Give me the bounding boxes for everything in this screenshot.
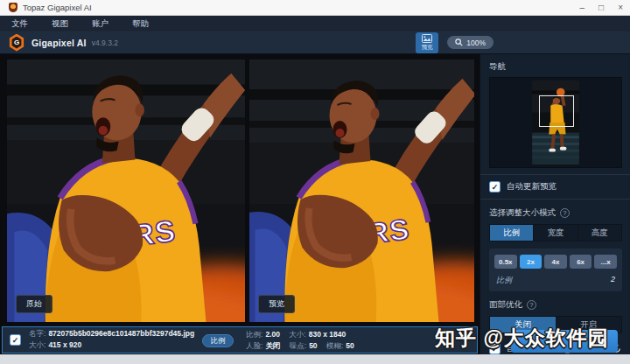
watermark: 知乎 @大众软件园 <box>435 325 609 352</box>
preview-toggle-button[interactable]: 预览 <box>416 32 438 53</box>
file-size-value: 415 x 920 <box>48 340 81 349</box>
zoom-value: 100% <box>466 38 486 47</box>
logo-letter: G <box>11 37 22 49</box>
stat-blur-label: 模糊: <box>326 341 343 350</box>
tab-height[interactable]: 高度 <box>578 225 621 241</box>
original-badge: 原始 <box>16 295 52 313</box>
preview-image-pane[interactable]: 预览 <box>249 60 474 322</box>
help-icon[interactable]: ? <box>560 208 570 218</box>
scale-6x-button[interactable]: 6x <box>570 255 592 269</box>
navigation-title: 导航 <box>489 61 621 73</box>
preview-badge: 预览 <box>258 295 295 313</box>
app-name: Gigapixel AI <box>32 38 87 48</box>
auto-update-checkbox[interactable]: ✓ <box>489 181 500 192</box>
app-window: Topaz Gigapixel AI – □ × 文件 视图 账户 帮助 G G… <box>0 0 630 354</box>
magnifier-icon <box>455 38 463 46</box>
help-icon[interactable]: ? <box>527 300 536 310</box>
stat-face-label: 人脸: <box>246 341 262 350</box>
screen: Topaz Gigapixel AI – □ × 文件 视图 账户 帮助 G G… <box>0 0 630 364</box>
titlebar: Topaz Gigapixel AI – □ × <box>0 0 630 16</box>
close-icon[interactable]: × <box>618 2 623 14</box>
file-scale-button[interactable]: 比例 <box>202 334 234 347</box>
menubar: 文件 视图 账户 帮助 <box>0 16 630 32</box>
tab-width[interactable]: 宽度 <box>534 225 578 241</box>
menu-view[interactable]: 视图 <box>52 18 68 30</box>
stat-face-value: 关闭 <box>265 341 280 350</box>
original-image-pane[interactable]: 原始 <box>7 60 245 322</box>
resize-mode-title: 选择调整大小模式 <box>489 207 556 219</box>
stat-outsize-label: 大小: <box>289 330 305 339</box>
menu-account[interactable]: 账户 <box>92 18 108 30</box>
zoom-control[interactable]: 100% <box>447 36 494 49</box>
scale-custom-button[interactable]: ...x <box>594 255 617 269</box>
navigation-viewport-rect[interactable] <box>539 95 574 127</box>
image-canvas: 原始 预览 <box>0 54 480 354</box>
divider <box>480 174 630 175</box>
image-icon <box>422 34 432 43</box>
stat-scale-value: 2.00 <box>265 330 280 339</box>
navigation-panel[interactable] <box>489 77 622 168</box>
face-refine-title: 面部优化 <box>489 299 522 311</box>
auto-update-label: 自动更新预览 <box>507 181 556 192</box>
file-checkbox[interactable]: ✓ <box>10 334 21 346</box>
preview-button-label: 预览 <box>422 44 433 52</box>
window-title: Topaz Gigapixel AI <box>23 3 92 12</box>
desktop-background <box>0 354 630 364</box>
stat-noise-value: 50 <box>309 341 317 350</box>
file-name-value: 872075b5b0296e8c101487bbf3297d45.jpg <box>48 329 194 338</box>
file-row[interactable]: ✓ 名字:872075b5b0296e8c101487bbf3297d45.jp… <box>2 326 478 354</box>
scale-2x-button[interactable]: 2x <box>520 255 542 269</box>
resize-mode-tabs: 比例 宽度 高度 <box>489 224 622 242</box>
original-image <box>7 60 245 322</box>
scale-value: 2 <box>611 275 615 286</box>
settings-sidebar: 导航 ✓ 自动更新预览 选择调整大小模式 ? 比例 宽度 <box>480 54 630 354</box>
maximize-icon[interactable]: □ <box>598 2 604 14</box>
stat-scale-label: 比例: <box>246 330 262 339</box>
gigapixel-logo-icon: G <box>9 34 24 52</box>
menu-help[interactable]: 帮助 <box>132 18 149 30</box>
file-name-label: 名字: <box>29 329 46 338</box>
stat-noise-label: 噪点: <box>290 341 306 350</box>
minimize-icon[interactable]: – <box>580 2 585 14</box>
scale-4x-button[interactable]: 4x <box>544 255 567 269</box>
menu-file[interactable]: 文件 <box>11 18 28 30</box>
toolbar: G Gigapixel AI v4.9.3.2 预览 100% <box>0 32 630 54</box>
stat-blur-value: 50 <box>346 341 354 350</box>
scale-05x-button[interactable]: 0.5x <box>494 255 517 269</box>
preview-image <box>249 60 474 322</box>
main-area: 原始 预览 导航 ✓ 自动更新预览 <box>0 54 630 354</box>
stat-outsize-value: 830 x 1840 <box>309 330 346 339</box>
file-size-label: 大小: <box>29 340 46 349</box>
scale-caption: 比例 <box>496 275 512 286</box>
divider <box>480 199 630 200</box>
app-version: v4.9.3.2 <box>92 38 118 47</box>
app-shield-icon <box>9 3 18 12</box>
scale-panel: 0.5x 2x 4x 6x ...x 比例 2 <box>489 248 622 291</box>
tab-scale[interactable]: 比例 <box>490 225 534 241</box>
